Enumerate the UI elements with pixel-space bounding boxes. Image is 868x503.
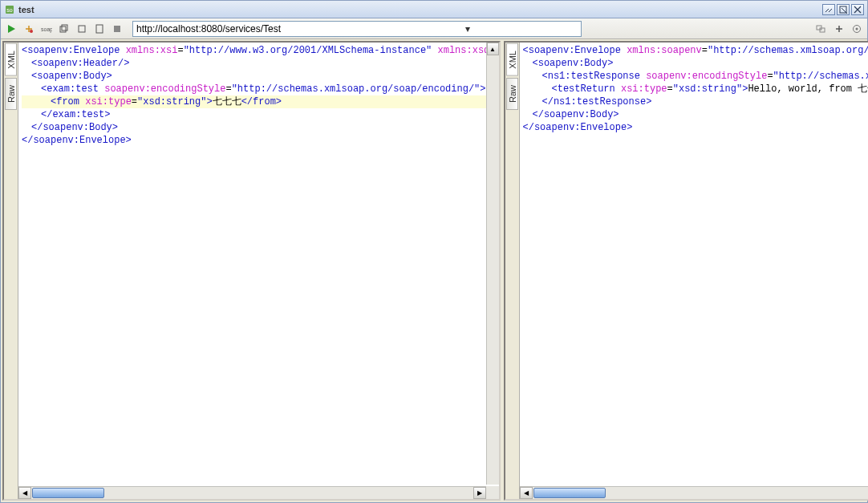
response-pane: XML Raw <soapenv:Envelope xmlns:soapenv=… xyxy=(504,41,868,501)
dropdown-icon[interactable]: ▾ xyxy=(357,22,578,36)
scroll-track[interactable] xyxy=(606,487,868,499)
code-line[interactable]: </soapenv:Body> xyxy=(22,121,496,134)
tab-xml[interactable]: XML xyxy=(506,43,518,76)
svg-rect-7 xyxy=(62,25,67,30)
request-tabs: XML Raw xyxy=(4,43,18,499)
window-close-icon[interactable] xyxy=(851,4,864,15)
tab-xml[interactable]: XML xyxy=(5,43,17,76)
svg-text:so: so xyxy=(6,7,13,13)
app-icon: so xyxy=(4,4,15,15)
code-line[interactable]: </soapenv:Envelope> xyxy=(523,121,868,134)
doc-icon[interactable] xyxy=(92,22,107,36)
code-line[interactable]: <ns1:testResponse soapenv:encodingStyle=… xyxy=(523,70,868,83)
scroll-thumb[interactable] xyxy=(533,488,606,498)
h-scrollbar[interactable]: ◀ ▶ xyxy=(18,486,486,499)
svg-rect-9 xyxy=(96,25,103,33)
toolbar: so­ap http://localhost:8080/services/Tes… xyxy=(1,18,867,39)
response-code[interactable]: <soapenv:Envelope xmlns:soapenv="http://… xyxy=(520,43,868,499)
run-button[interactable] xyxy=(4,22,18,36)
scroll-thumb[interactable] xyxy=(32,488,104,498)
code-line[interactable]: <soapenv:Envelope xmlns:xsi="http://www.… xyxy=(22,44,496,57)
scroll-corner xyxy=(486,486,499,499)
endpoint-combo[interactable]: http://localhost:8080/services/Test ▾ xyxy=(132,21,582,37)
scroll-up-icon[interactable]: ▲ xyxy=(487,43,499,55)
stacked-windows-icon[interactable] xyxy=(57,22,71,36)
window-maximize-icon[interactable] xyxy=(837,4,850,15)
svg-rect-10 xyxy=(114,26,120,32)
code-line[interactable]: <soapenv:Header/> xyxy=(22,57,496,70)
scroll-left-icon[interactable]: ◀ xyxy=(18,487,31,499)
h-scrollbar[interactable]: ◀ ▶ xyxy=(520,486,868,499)
code-line[interactable]: </soapenv:Envelope> xyxy=(22,134,496,147)
code-line[interactable]: <from xsi:type="xsd:string">七七七</from> xyxy=(22,95,496,108)
code-line[interactable]: <exam:test soapenv:encodingStyle="http:/… xyxy=(22,83,496,95)
request-editor[interactable]: <soapenv:Envelope xmlns:xsi="http://www.… xyxy=(18,43,499,499)
response-editor[interactable]: <soapenv:Envelope xmlns:soapenv="http://… xyxy=(520,43,868,499)
request-code[interactable]: <soapenv:Envelope xmlns:xsi="http://www.… xyxy=(18,43,499,499)
code-line[interactable]: <testReturn xsi:type="xsd:string">Hello,… xyxy=(523,83,868,95)
svg-point-14 xyxy=(856,27,858,30)
svg-rect-8 xyxy=(79,26,85,32)
code-line[interactable]: </exam:test> xyxy=(22,108,496,121)
gear-icon[interactable] xyxy=(850,22,864,36)
response-tabs: XML Raw xyxy=(505,43,520,499)
svg-rect-6 xyxy=(60,26,66,32)
tab-raw[interactable]: Raw xyxy=(5,78,17,110)
endpoint-url: http://localhost:8080/services/Test xyxy=(136,23,357,34)
scroll-right-icon[interactable]: ▶ xyxy=(473,487,486,499)
single-window-icon[interactable] xyxy=(75,22,89,36)
scroll-left-icon[interactable]: ◀ xyxy=(520,487,533,499)
code-line[interactable]: <soapenv:Envelope xmlns:soapenv="http://… xyxy=(523,44,868,57)
soap-icon[interactable]: so­ap xyxy=(39,22,54,36)
tool-icon-1[interactable] xyxy=(814,22,829,36)
scroll-track[interactable] xyxy=(105,487,473,499)
app-window: so test so­ap http://localhost:8080/serv xyxy=(0,0,868,503)
content: XML Raw <soapenv:Envelope xmlns:xsi="htt… xyxy=(1,39,867,502)
plus-icon[interactable] xyxy=(832,22,846,36)
titlebar: so test xyxy=(1,1,867,18)
v-scrollbar[interactable]: ▲ xyxy=(486,43,499,485)
window-title: test xyxy=(18,5,821,14)
svg-marker-3 xyxy=(8,25,15,33)
svg-text:so­ap: so­ap xyxy=(41,26,52,33)
code-line[interactable]: <soapenv:Body> xyxy=(22,70,496,83)
svg-point-4 xyxy=(30,30,33,33)
request-pane: XML Raw <soapenv:Envelope xmlns:xsi="htt… xyxy=(2,41,501,501)
tab-raw[interactable]: Raw xyxy=(506,78,518,110)
code-line[interactable]: </soapenv:Body> xyxy=(523,108,868,121)
code-line[interactable]: </ns1:testResponse> xyxy=(523,95,868,108)
code-line[interactable]: <soapenv:Body> xyxy=(523,57,868,70)
add-button[interactable] xyxy=(22,22,36,36)
window-minimize-icon[interactable] xyxy=(822,4,835,15)
stop-icon[interactable] xyxy=(110,22,124,36)
